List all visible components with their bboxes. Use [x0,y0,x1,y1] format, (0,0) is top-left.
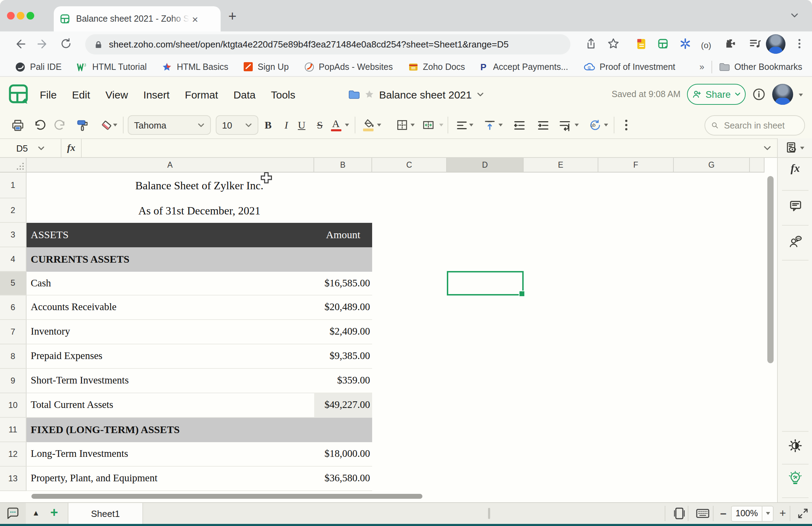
browser-profile-avatar[interactable] [766,34,785,54]
row-header-7[interactable]: 7 [0,320,27,344]
forward-icon[interactable] [36,38,49,50]
bookmark-pali-ide[interactable]: Pali IDE [15,62,61,72]
row-header-12[interactable]: 12 [0,442,27,466]
bookmarks-overflow-chevron[interactable]: » [700,62,704,72]
mobile-view-button[interactable] [671,505,688,522]
sheet-tabs-menu-button[interactable]: ▲ [32,509,40,517]
cell-title[interactable]: Balance Sheet of Zylker Inc. [27,173,372,198]
select-all-corner[interactable] [0,158,27,173]
tabstrip-chevron-down-icon[interactable] [790,13,799,18]
fullscreen-button[interactable] [795,505,811,522]
info-icon[interactable] [753,88,765,101]
user-avatar[interactable] [772,84,793,105]
zoho-sheet-logo[interactable] [7,82,31,106]
menu-data[interactable]: Data [234,88,256,100]
mac-minimize-button[interactable] [17,12,24,20]
assets-header-band[interactable]: ASSETSAmount [27,223,372,247]
redo-button[interactable] [51,116,69,134]
row-header-3[interactable]: 3 [0,223,27,247]
menu-tools[interactable]: Tools [271,88,295,100]
column-header-A[interactable]: A [27,158,314,173]
cell-B5[interactable]: $16,585.00 [314,271,372,294]
column-header-F[interactable]: F [598,158,674,173]
zoom-in-button[interactable]: + [774,505,791,522]
row-header-6[interactable]: 6 [0,295,27,320]
menu-file[interactable]: File [40,88,57,100]
selected-cell-outline[interactable] [447,271,524,295]
text-rotate-button[interactable]: ab [585,116,603,134]
document-folder-icon[interactable] [348,89,360,99]
cell-B12[interactable]: $18,000.00 [314,442,372,466]
menu-edit[interactable]: Edit [72,88,90,100]
row-header-8[interactable]: 8 [0,344,27,368]
favorite-star-icon[interactable] [364,89,374,99]
bookmark-html-tutorial[interactable]: 3 HTML Tutorial [77,62,147,72]
browser-menu-icon[interactable] [795,38,804,50]
decrease-indent-button[interactable] [510,116,529,134]
text-wrap-caret[interactable] [575,124,579,126]
bookmark-accept-payments[interactable]: P Accept Payments... [480,62,568,72]
bookmark-popads[interactable]: PopAds - Websites [304,62,393,72]
toolbar-overflow-button[interactable] [617,116,635,134]
browser-tab[interactable]: Balance sheet 2021 - Zoho She × [54,6,221,31]
fx-icon[interactable]: fx [61,139,82,157]
mac-close-button[interactable] [7,12,15,20]
cell-A13[interactable]: Property, Plant, and Equipment [27,466,314,490]
font-color-caret[interactable] [345,124,349,126]
share-page-icon[interactable] [585,38,597,50]
strikethrough-button[interactable]: S [311,116,329,134]
zia-assistant-button[interactable] [778,471,812,487]
bold-button[interactable]: B [259,116,277,134]
cell-subtitle[interactable]: As of 31st December, 2021 [27,198,372,223]
extension-pinwheel-icon[interactable] [679,38,691,50]
horizontal-align-button[interactable] [452,116,471,134]
sheet-search-box[interactable] [704,115,805,136]
panel-fx-tab[interactable]: fx [778,162,812,175]
back-icon[interactable] [14,38,27,50]
menu-view[interactable]: View [105,88,128,100]
sheet-view-button[interactable] [778,138,812,158]
vertical-align-button[interactable] [480,116,499,134]
extension-docs-icon[interactable] [635,38,647,53]
row-header-9[interactable]: 9 [0,368,27,393]
font-size-select[interactable]: 10 [216,115,258,135]
row-header-4[interactable]: 4 [0,247,27,271]
zoom-out-button[interactable]: – [715,505,732,522]
keyboard-shortcuts-button[interactable] [694,505,711,522]
extension-zoho-sheet-icon[interactable] [657,38,669,50]
sheet-tab-sheet1[interactable]: Sheet1 [68,503,143,524]
bookmark-zoho-docs[interactable]: Zoho Docs [408,62,465,72]
row-header-10[interactable]: 10 [0,393,27,417]
cell-A5[interactable]: Cash [27,271,314,294]
vertical-scrollbar[interactable] [767,176,774,363]
fill-color-caret[interactable] [377,124,381,126]
cell-B6[interactable]: $20,489.00 [314,295,372,319]
reading-list-icon[interactable] [748,38,761,50]
font-color-button[interactable]: A [327,116,345,134]
text-wrap-button[interactable] [556,116,574,134]
bookmark-star-icon[interactable] [607,38,619,50]
merge-cells-caret[interactable] [439,124,443,126]
column-header-G[interactable]: G [674,158,750,173]
cell-A8[interactable]: Prepaid Expenses [27,344,314,368]
reload-icon[interactable] [60,38,72,50]
other-bookmarks-folder[interactable]: Other Bookmarks [719,62,802,72]
clear-format-button[interactable] [96,116,120,134]
merge-cells-button[interactable] [419,116,437,134]
title-chevron-down-icon[interactable] [477,92,483,97]
horizontal-align-caret[interactable] [469,124,473,126]
bookmark-sign-up[interactable]: Sign Up [244,62,289,72]
text-rotate-caret[interactable] [604,124,608,126]
add-sheet-button[interactable]: + [50,505,58,520]
underline-button[interactable]: U [293,116,311,134]
font-family-select[interactable]: Tahoma [128,115,211,135]
cell-B7[interactable]: $2,409.00 [314,320,372,343]
cell-A10[interactable]: Total Current Assets [27,393,314,417]
column-header-E[interactable]: E [524,158,598,173]
horizontal-scrollbar[interactable] [31,494,422,499]
document-title[interactable]: Balance sheet 2021 [379,88,472,100]
bookmark-proof-of-investment[interactable]: g Proof of Investment [584,62,676,72]
panel-collaborators-tab[interactable] [778,235,812,248]
url-bar[interactable]: sheet.zoho.com/sheet/open/ktgta4e220d75e… [85,34,570,54]
fill-color-button[interactable] [359,116,377,134]
